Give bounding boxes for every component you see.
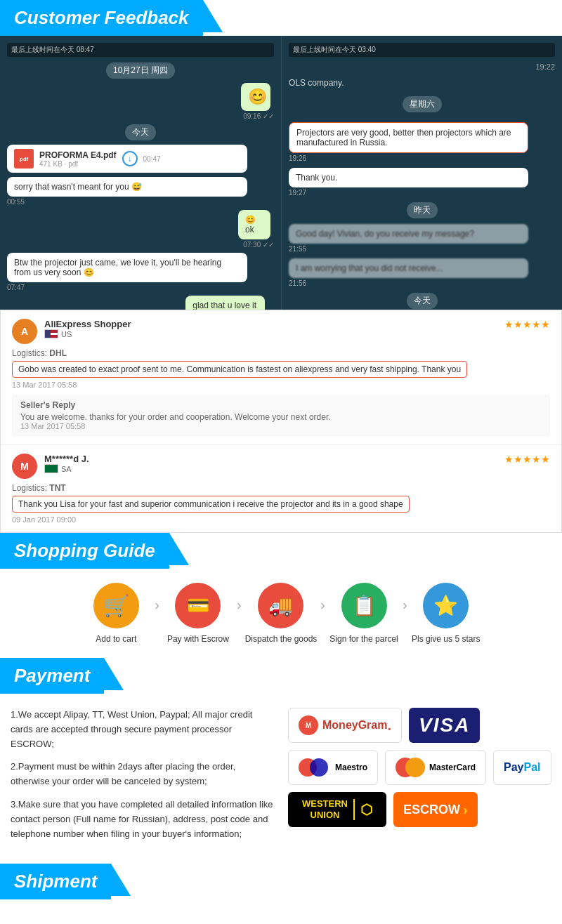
msg-bubble-right-3: glad that u love it😊 (185, 296, 265, 310)
paypal-text: PayPal (504, 761, 540, 774)
shipment-section: Shipment (0, 864, 562, 899)
guide-icon-stars: ⭐ (423, 583, 469, 628)
msg-projectors-good: Projectors are very good, better then pr… (296, 128, 511, 147)
download-icon[interactable]: ↓ (122, 151, 138, 166)
guide-icon-cart: 🛒 (93, 583, 139, 628)
mastercard-text: MasterCard (429, 763, 476, 772)
mastercard-circles (396, 758, 425, 777)
payment-row-1: M MoneyGram. VISA (288, 708, 551, 743)
mc-yellow-circle (405, 758, 425, 777)
seller-reply-text-1: You are welcome. thanks for your order a… (20, 412, 542, 422)
msg-ok-time: 07:30 ✓✓ (238, 241, 274, 249)
reviewer-name-1: AliExpress Shopper (44, 319, 131, 329)
reviewer-country-2: SA (44, 464, 89, 473)
file-bubble: pdf PROFORMA E4.pdf 471 KB · pdf ↓ 00:47 (7, 145, 247, 173)
seller-reply-1: Seller's Reply You are welcome. thanks f… (12, 395, 550, 436)
visa-badge: VISA (409, 708, 480, 743)
review-item-2: M M******d J. SA ★★★★★ Logistics: TNT Th… (1, 445, 561, 532)
review-text-1: Gobo was created to exact proof sent to … (12, 361, 467, 378)
customer-feedback-title: Customer Feedback (14, 7, 189, 29)
seller-reply-title: Seller's Reply (20, 400, 542, 410)
escrow-chevron-icon: › (463, 802, 468, 818)
company-text: OLS company. (289, 78, 555, 88)
msg-bubble-right-panel-2: Thank you. (289, 168, 528, 187)
msg-right-time-2: 19:27 (289, 189, 555, 197)
guide-step-5: ⭐ Pls give us 5 stars (411, 583, 481, 644)
reviewer-name-2: M******d J. (44, 454, 89, 464)
payment-header: Payment (0, 658, 104, 694)
msg-blurred-1: Good day! Vivian, do you receive my mess… (296, 229, 474, 239)
shopping-guide-title: Shopping Guide (14, 540, 155, 562)
payment-logos: M MoneyGram. VISA Maestro (288, 708, 551, 850)
reviewer-stars-1: ★★★★★ (504, 319, 550, 330)
paypal-badge: PayPal (493, 750, 551, 785)
msg-bubble-right-1: 😊 (241, 83, 270, 111)
msg-ok: 😊 ok (245, 215, 256, 235)
western-union-line1: WESTERN (302, 798, 348, 810)
western-union-text-block: WESTERN UNION (302, 798, 348, 820)
western-union-badge: WESTERN UNION ⬡ (288, 792, 386, 827)
chat-left-header: 最后上线时间在今天 08:47 (7, 43, 274, 57)
maestro-text: Maestro (335, 763, 367, 772)
weekday-bubble: 星期六 (403, 96, 442, 112)
wu-line-divider (353, 799, 355, 820)
guide-label-4: Sign for the parcel (329, 634, 398, 644)
header-tail-2 (169, 533, 189, 565)
guide-arrow-3: › (320, 597, 325, 631)
guide-step-2: 💳 Pay with Escrow (163, 583, 233, 644)
chat-screenshot: 最后上线时间在今天 08:47 10月27日 周四 😊 09:16 ✓✓ 今天 … (0, 36, 562, 310)
msg-bubble-blurred-1: Good day! Vivian, do you receive my mess… (289, 224, 528, 244)
msg-text-1: sorry that wasn't meant for you 😅 (14, 182, 142, 192)
file-icon: pdf (14, 149, 34, 169)
header-tail-3 (104, 658, 124, 690)
last-online-right: 最后上线时间在今天 03:40 (293, 46, 376, 53)
maestro-badge: Maestro (288, 750, 378, 785)
payment-text: 1.We accept Alipay, TT, West Union, Payp… (11, 708, 274, 850)
msg-bubble-right-panel-1: Projectors are very good, better then pr… (289, 122, 528, 153)
customer-feedback-section: Customer Feedback 最后上线时间在今天 08:47 10月27日… (0, 0, 562, 533)
guide-arrow-4: › (403, 597, 407, 631)
header-tail (203, 0, 223, 32)
yesterday-bubble: 昨天 (407, 202, 438, 218)
msg-time-2: 00:55 (7, 198, 274, 206)
reviewer-avatar-2: M (12, 454, 37, 479)
msg-bubble-blurred-2: I am worrying that you did not receive..… (289, 258, 528, 278)
reviewer-avatar-1: A (12, 319, 37, 344)
guide-step-1: 🛒 Add to cart (81, 583, 151, 644)
escrow-badge: ESCROW › (393, 792, 478, 827)
payment-point-3: 3.Make sure that you have completed all … (11, 798, 274, 841)
moneygram-icon: M (299, 715, 318, 735)
guide-label-1: Add to cart (96, 634, 136, 644)
file-time: 00:47 (143, 155, 161, 163)
msg-bubble-left-1: sorry that wasn't meant for you 😅 (7, 177, 247, 197)
msg-bubble-left-2: Btw the projector just came, we love it,… (7, 253, 247, 282)
logistics-2: Logistics: TNT (12, 483, 550, 493)
payment-title: Payment (14, 665, 90, 687)
payment-point-2: 2.Payment must be within 2days after pla… (11, 760, 274, 789)
reviews-section: A AliExpress Shopper US ★★★★★ Logistics:… (0, 310, 562, 533)
chat-right-panel: 最后上线时间在今天 03:40 19:22 OLS company. 星期六 P… (281, 36, 562, 310)
moneygram-badge: M MoneyGram. (288, 708, 402, 743)
review-date-2: 09 Jan 2017 09:00 (12, 515, 550, 524)
maestro-circles (299, 758, 328, 777)
guide-icon-sign: 📋 (341, 583, 387, 628)
msg-glad: glad that u love it😊 (192, 301, 256, 310)
guide-icon-dispatch: 🚚 (258, 583, 303, 628)
payment-section: Payment 1.We accept Alipay, TT, West Uni… (0, 658, 562, 864)
today-bubble-right: 今天 (407, 293, 438, 309)
guide-step-4: 📋 Sign for the parcel (329, 583, 399, 644)
reviewer-stars-2: ★★★★★ (504, 454, 550, 465)
mastercard-badge: MasterCard (385, 750, 486, 785)
reviewer-info-1: A AliExpress Shopper US ★★★★★ (12, 319, 550, 344)
paypal-p1: Pay (504, 761, 523, 773)
maestro-blue-circle (310, 758, 328, 777)
msg-thank-you: Thank you. (296, 173, 337, 183)
logistics-1: Logistics: DHL (12, 348, 550, 358)
msg-blurred-2: I am worrying that you did not receive..… (296, 263, 443, 273)
chat-left-panel: 最后上线时间在今天 08:47 10月27日 周四 😊 09:16 ✓✓ 今天 … (0, 36, 281, 310)
review-date-1: 13 Mar 2017 05:58 (12, 381, 550, 389)
paypal-p2: Pal (524, 761, 541, 773)
wu-w-logo: ⬡ (360, 801, 372, 818)
shopping-guide-content: 🛒 Add to cart › 💳 Pay with Escrow › 🚚 Di… (0, 569, 562, 658)
date-today-left: 今天 (125, 124, 156, 140)
